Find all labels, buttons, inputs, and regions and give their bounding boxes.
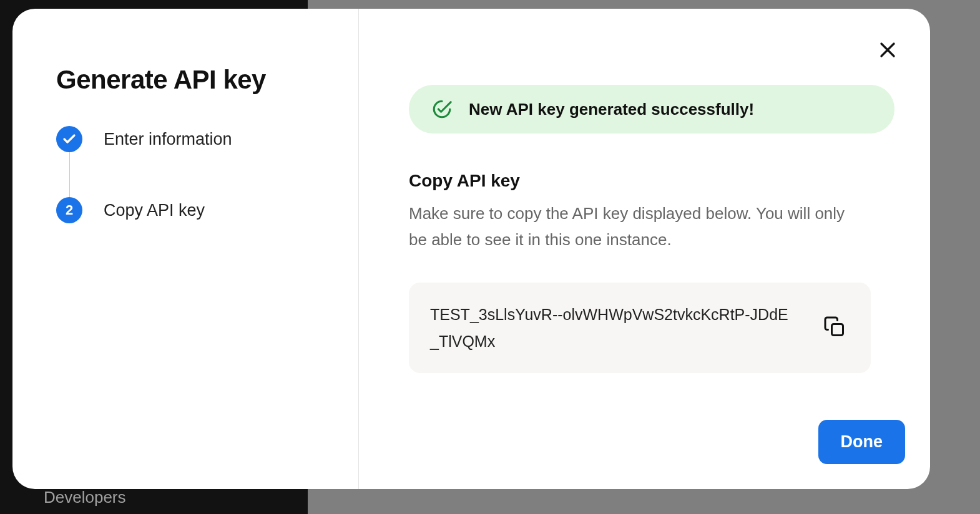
section-description: Make sure to copy the API key displayed … xyxy=(409,201,846,253)
modal-content: New API key generated successfully! Copy… xyxy=(359,9,930,489)
modal-sidebar: Generate API key Enter information 2 Cop… xyxy=(12,9,359,489)
success-message: New API key generated successfully! xyxy=(469,100,754,119)
generate-api-key-modal: Generate API key Enter information 2 Cop… xyxy=(12,9,930,489)
section-heading: Copy API key xyxy=(409,171,905,191)
backdrop-developers-label: Developers xyxy=(44,488,126,507)
copy-icon xyxy=(823,316,846,338)
success-check-icon xyxy=(431,99,453,120)
step-copy-api-key: 2 Copy API key xyxy=(56,197,321,223)
step-connector xyxy=(69,152,70,197)
api-key-box: TEST_3sLlsYuvR--olvWHWpVwS2tvkcKcRtP-JDd… xyxy=(409,283,871,373)
steps-list: Enter information 2 Copy API key xyxy=(56,126,321,223)
api-key-value: TEST_3sLlsYuvR--olvWHWpVwS2tvkcKcRtP-JDd… xyxy=(430,301,792,354)
done-button[interactable]: Done xyxy=(818,420,906,464)
modal-title: Generate API key xyxy=(56,65,321,95)
success-banner: New API key generated successfully! xyxy=(409,85,894,133)
modal-footer: Done xyxy=(409,395,905,464)
step-label: Enter information xyxy=(104,130,232,149)
copy-button[interactable] xyxy=(820,312,850,344)
step-number-badge: 2 xyxy=(56,197,82,223)
close-button[interactable] xyxy=(874,36,901,64)
close-icon xyxy=(878,41,897,59)
svg-rect-2 xyxy=(832,324,843,336)
checkmark-icon xyxy=(56,126,82,152)
step-label: Copy API key xyxy=(104,201,205,220)
step-enter-information: Enter information xyxy=(56,126,321,152)
